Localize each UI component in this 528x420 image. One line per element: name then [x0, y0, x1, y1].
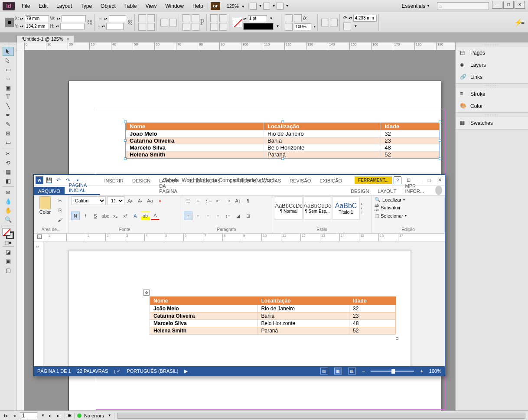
zoom-percent[interactable]: 100%	[429, 368, 441, 374]
strikethrough-icon[interactable]: abc	[101, 212, 110, 220]
corner-tl-icon[interactable]	[183, 14, 190, 22]
align-left-icon[interactable]: ≡	[184, 212, 192, 220]
screen-mode-icon[interactable]	[250, 3, 257, 10]
handle-ml[interactable]	[124, 139, 127, 142]
table-header[interactable]: Localização	[257, 297, 349, 305]
panel-layers[interactable]: ◈Layers	[456, 59, 528, 71]
line-tool-icon[interactable]: ╲	[3, 101, 14, 111]
transform-tool-icon[interactable]: ⟲	[3, 158, 14, 167]
italic-icon[interactable]: I	[81, 212, 90, 220]
rotate-ccw-icon[interactable]	[138, 23, 146, 31]
show-marks-icon[interactable]: ¶	[244, 196, 252, 205]
page-indicator[interactable]: PÁGINA 1 DE 1	[37, 368, 71, 374]
replace-button[interactable]: abacSubstituir	[375, 203, 442, 212]
view-mode-preview-icon[interactable]: ▢	[3, 266, 14, 275]
increase-indent-icon[interactable]: ⇥	[224, 196, 232, 205]
handle-tr[interactable]	[439, 120, 441, 123]
height-input[interactable]	[60, 23, 85, 30]
change-case-icon[interactable]: Aa	[146, 196, 154, 205]
select-button[interactable]: ⬚Selecionar ▾	[375, 212, 442, 219]
proofing-icon[interactable]: ▯✓	[114, 368, 121, 374]
highlight-icon[interactable]: ab	[141, 212, 150, 220]
reference-point[interactable]	[5, 18, 14, 27]
handle-tm[interactable]	[281, 120, 284, 123]
text-frame[interactable]: NomeLocalizaçãoIdade João MeloRio de Jan…	[125, 122, 440, 159]
corner-bl-icon[interactable]	[183, 23, 190, 31]
fill-stroke-swatches[interactable]	[3, 228, 14, 239]
grow-font-icon[interactable]: A▴	[126, 196, 134, 205]
table-row[interactable]: Marcelo SilvaBelo Horizonte48	[150, 320, 396, 327]
read-mode-icon[interactable]: ▤	[320, 368, 328, 374]
panel-grip[interactable]: ::::::::	[456, 42, 528, 47]
tab-correspondências[interactable]: CORRESPONDÊNCIAS	[225, 177, 286, 195]
corner-radius-input[interactable]	[353, 15, 377, 22]
window-maximize-icon[interactable]: □	[503, 1, 514, 9]
contextual-tab-design[interactable]: DESIGN	[346, 187, 373, 195]
select-content-icon[interactable]	[169, 19, 177, 26]
table-header[interactable]: Nome	[150, 297, 257, 305]
search-input[interactable]: ⌕	[437, 2, 489, 10]
sort-icon[interactable]: A↓	[234, 196, 242, 205]
panel-grip[interactable]: ::::::::	[456, 84, 528, 88]
effects-icon[interactable]	[285, 14, 293, 22]
copy-icon[interactable]: ⎘	[55, 206, 64, 215]
handle-bl[interactable]	[124, 157, 127, 160]
next-page-icon[interactable]: ▸	[47, 413, 53, 419]
tab-revisão[interactable]: REVISÃO	[285, 177, 315, 195]
font-size-select[interactable]: 11	[107, 196, 124, 205]
shrink-font-icon[interactable]: A▾	[136, 196, 144, 205]
tab-selector-icon[interactable]: L	[37, 234, 42, 239]
word-app-icon[interactable]: W	[36, 176, 43, 184]
menu-edit[interactable]: Edit	[34, 0, 52, 12]
justify-icon[interactable]: ≡	[214, 212, 222, 220]
align-center-icon[interactable]: ≡	[194, 212, 202, 220]
close-icon[interactable]: ×	[67, 36, 69, 42]
menu-help[interactable]: Help	[188, 0, 208, 12]
tab-home[interactable]: PÁGINA INICIAL	[65, 181, 100, 195]
bold-icon[interactable]: N	[71, 212, 80, 220]
table-row[interactable]: Helena SmithParaná52	[150, 327, 396, 335]
zoom-tool-icon[interactable]: 🔍	[3, 215, 14, 224]
align-right-icon[interactable]: ≡	[204, 212, 212, 220]
arrange-docs-icon[interactable]	[263, 3, 270, 10]
style-normal[interactable]: AaBbCcDc¶ Normal	[275, 196, 303, 220]
tab-exibição[interactable]: EXIBIÇÃO	[315, 177, 346, 195]
panel-grip[interactable]: ::::::	[2, 43, 15, 47]
cut-icon[interactable]: ✂	[55, 196, 64, 205]
web-layout-icon[interactable]: ▨	[348, 368, 356, 374]
menu-object[interactable]: Object	[96, 0, 120, 12]
width-input[interactable]	[62, 15, 86, 22]
table-header[interactable]: Nome	[126, 123, 264, 130]
indesign-table[interactable]: NomeLocalizaçãoIdade João MeloRio de Jan…	[126, 122, 440, 158]
view-options-icon[interactable]	[277, 3, 284, 10]
paste-button[interactable]: Colar	[36, 196, 54, 224]
flip-h-icon[interactable]	[147, 14, 155, 22]
window-minimize-icon[interactable]: —	[492, 1, 502, 9]
table-row[interactable]: João MeloRio de Janeiro32	[126, 130, 440, 137]
handle-bm[interactable]	[281, 157, 284, 160]
horizontal-ruler[interactable]: 0102030405060708090100110120130140150160…	[24, 42, 455, 50]
handle-mr[interactable]	[439, 139, 441, 142]
scale-y-input[interactable]	[106, 23, 124, 30]
format-painter-icon[interactable]: 🖌	[55, 215, 64, 224]
word-count[interactable]: 22 PALAVRAS	[77, 368, 108, 374]
vertical-ruler[interactable]	[16, 50, 24, 410]
borders-icon[interactable]: ⊞	[244, 212, 252, 220]
document-tab[interactable]: *Untitled-1 @ 125% ×	[16, 35, 74, 42]
text-wrap-none-icon[interactable]	[321, 19, 329, 26]
pen-tool-icon[interactable]: ✒	[3, 111, 14, 120]
scale-x-input[interactable]	[109, 15, 126, 22]
help-icon[interactable]: ?	[394, 176, 401, 184]
preflight-status[interactable]: No errors	[84, 413, 104, 418]
bullets-icon[interactable]: ☰	[184, 196, 192, 205]
zoom-out-icon[interactable]: −	[362, 368, 365, 374]
tab-layout-da-página[interactable]: LAYOUT DA PÁGINA	[155, 177, 182, 195]
stroke-weight-input[interactable]	[248, 15, 267, 22]
contextual-tab-layout[interactable]: LAYOUT	[373, 187, 401, 195]
panel-stroke[interactable]: ≡Stroke	[456, 88, 528, 100]
handle-tl[interactable]	[124, 120, 127, 123]
text-effects-icon[interactable]: A	[131, 212, 140, 220]
page-tool-icon[interactable]: ▭	[3, 65, 14, 74]
horizontal-scrollbar[interactable]	[117, 413, 525, 419]
distribute-icon[interactable]	[219, 14, 227, 22]
